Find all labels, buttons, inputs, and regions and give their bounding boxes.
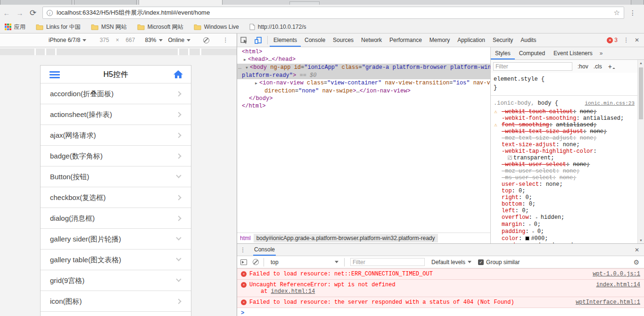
css-property-value[interactable]: transparent;	[494, 155, 635, 161]
css-property[interactable]: margin: ▸ 0;	[494, 221, 635, 228]
tab-application[interactable]: Application	[454, 33, 489, 47]
color-swatch[interactable]	[525, 236, 529, 241]
list-item[interactable]: gallery table(图文表格)	[41, 249, 191, 270]
bookmark-item[interactable]: Microsoft 网站	[137, 23, 183, 31]
scroll-up-icon[interactable]: ▲	[638, 61, 644, 65]
css-property[interactable]: ⚠font-smoothing: antialiased;	[494, 122, 635, 128]
refresh-icon[interactable]: ⟳	[26, 8, 40, 18]
page-info-icon[interactable]: i	[47, 10, 53, 16]
breadcrumb-item[interactable]: body#ionicApp.grade-a.platform-browser.p…	[254, 234, 438, 242]
viewport-height-field[interactable]: 667	[125, 37, 135, 43]
bookmark-item[interactable]: http://10.10.0.172/s	[249, 24, 306, 30]
element-style-selector[interactable]: element.style {	[494, 75, 635, 83]
browser-tab-active[interactable]	[139, 0, 223, 5]
console-filter-input[interactable]	[350, 258, 425, 266]
apps-shortcut[interactable]: 应用	[5, 23, 25, 31]
css-property[interactable]: -moz-text-size-adjust: none;	[494, 135, 635, 141]
console-sidebar-icon[interactable]	[240, 259, 247, 265]
log-levels-select[interactable]: Default levels	[431, 259, 471, 266]
forward-icon[interactable]: →	[13, 9, 26, 17]
styles-scrollbar[interactable]: ▲ ▼	[637, 60, 644, 243]
expand-closed-icon[interactable]: ▶	[253, 80, 259, 87]
node-overflow-icon[interactable]: …	[238, 64, 244, 71]
more-tabs-icon[interactable]: »	[597, 50, 606, 57]
tab-computed[interactable]: Computed	[515, 47, 549, 59]
zoom-select[interactable]: 83%	[145, 37, 162, 43]
tab-network[interactable]: Network	[357, 33, 386, 47]
color-swatch[interactable]	[508, 156, 512, 160]
css-property[interactable]: overflow: ▸ hidden;	[494, 214, 635, 221]
home-icon[interactable]	[173, 69, 183, 82]
browser-tab[interactable]	[74, 0, 137, 5]
list-item[interactable]: grid(9宫格)	[41, 270, 191, 291]
css-property[interactable]: right: 0;	[494, 194, 635, 201]
throttling-select[interactable]: Online	[168, 37, 191, 43]
console-error-row[interactable]: ✕wpt-1.0.0.js:1Failed to load resource: …	[237, 268, 644, 280]
dom-tree[interactable]: <html>▶<head>…</head>…▼<body ng-app id="…	[237, 48, 490, 233]
back-icon[interactable]: ←	[0, 9, 13, 17]
source-link[interactable]: wptInterface.html:1	[576, 299, 640, 306]
dom-tree-node[interactable]: ▶<head>…</head>	[237, 56, 490, 64]
breadcrumb-item[interactable]: html	[237, 234, 254, 242]
css-property[interactable]: -moz-user-select: none;	[494, 168, 635, 175]
dom-tree-node[interactable]: </body>	[237, 95, 490, 102]
dom-tree-node[interactable]: <html>	[237, 48, 490, 56]
css-property[interactable]: text-size-adjust: none;	[494, 141, 635, 148]
device-toolbar-menu-icon[interactable]: ⋮	[222, 39, 229, 41]
dom-tree-node[interactable]: platform-ready"> == $0	[237, 72, 490, 79]
css-property[interactable]: bottom: 0;	[494, 201, 635, 208]
browser-tab[interactable]	[0, 0, 72, 5]
tab-console[interactable]: Console	[301, 33, 329, 47]
console-close-icon[interactable]: ✕	[635, 247, 639, 253]
expand-open-icon[interactable]: ▼	[244, 64, 250, 72]
bookmark-item[interactable]: Links for 中国	[36, 23, 81, 31]
css-property[interactable]: ⚠-webkit-touch-callout: none;	[494, 108, 635, 115]
css-property[interactable]: color: #000;	[494, 235, 635, 242]
css-rules[interactable]: element.style { } ionic.min.css:23 .ioni…	[491, 73, 637, 243]
new-style-rule-button[interactable]: +	[608, 63, 612, 70]
bookmark-item[interactable]: Windows Live	[194, 24, 239, 30]
bookmark-star-icon[interactable]: ☆	[614, 8, 620, 17]
inspect-element-icon[interactable]	[240, 37, 248, 44]
no-throttling-icon[interactable]	[203, 37, 209, 43]
tab-audits[interactable]: Audits	[517, 33, 540, 47]
tab-styles[interactable]: Styles	[491, 47, 515, 59]
devtools-menu-icon[interactable]: ⋮	[622, 39, 630, 41]
dom-tree-node[interactable]: direction="none" nav-swipe>…</ion-nav-vi…	[237, 87, 490, 95]
console-prompt[interactable]: >	[237, 308, 644, 316]
url-text[interactable]: localhost:63342/H5/H5组件展示/index.html#/ev…	[57, 8, 610, 17]
styles-filter-input[interactable]	[493, 62, 572, 71]
bookmark-item[interactable]: MSN 网站	[91, 23, 127, 31]
css-property[interactable]: left: 0;	[494, 208, 635, 214]
viewport-width-field[interactable]: 375	[99, 37, 109, 43]
device-select[interactable]: iPhone 6/7/8	[49, 37, 86, 43]
list-item[interactable]: Button(按钮)	[41, 166, 191, 187]
new-tab-button[interactable]	[289, 1, 320, 5]
dom-tree-node[interactable]: …▼<body ng-app id="ionicApp" class="grad…	[237, 64, 490, 72]
device-toolbar-toggle-icon[interactable]	[255, 37, 262, 44]
css-property[interactable]: -ms-user-select: none;	[494, 175, 635, 181]
devtools-close-icon[interactable]: ✕	[635, 37, 639, 43]
list-item[interactable]: checkbox(复选框)	[41, 187, 191, 208]
address-bar[interactable]: i localhost:63342/H5/H5组件展示/index.html#/…	[42, 7, 624, 19]
source-link[interactable]: index.html:14	[596, 282, 640, 288]
toggle-class-button[interactable]: .cls	[594, 63, 602, 70]
list-item[interactable]: gallery sider(图片轮播)	[41, 229, 191, 249]
tab-security[interactable]: Security	[489, 33, 517, 47]
error-badge[interactable]: ✕ 3	[607, 37, 618, 43]
toggle-hover-button[interactable]: :hov	[578, 63, 588, 70]
css-property[interactable]: -webkit-font-smoothing: antialiased;	[494, 115, 635, 122]
expand-closed-icon[interactable]: ▶	[242, 56, 248, 64]
execution-context-select[interactable]: top	[271, 259, 342, 266]
console-settings-icon[interactable]: ⚙	[633, 258, 639, 266]
css-property[interactable]: -webkit-text-size-adjust: none;	[494, 128, 635, 135]
list-item[interactable]: icon(图标)	[41, 291, 191, 312]
dom-tree-node[interactable]: ▶<ion-nav-view class="view-container" na…	[237, 79, 490, 87]
list-item[interactable]: dialog(消息框)	[41, 208, 191, 229]
browser-tab[interactable]	[631, 0, 644, 5]
media-query-bar[interactable]	[0, 49, 237, 55]
console-error-row[interactable]: ✕wptInterface.html:1Failed to load resou…	[237, 297, 644, 308]
css-property[interactable]: padding: ▸ 0;	[494, 228, 635, 235]
list-item[interactable]: accordion(折叠面板)	[41, 83, 191, 104]
group-similar-checkbox[interactable]: ✓ Group similar	[478, 259, 520, 266]
